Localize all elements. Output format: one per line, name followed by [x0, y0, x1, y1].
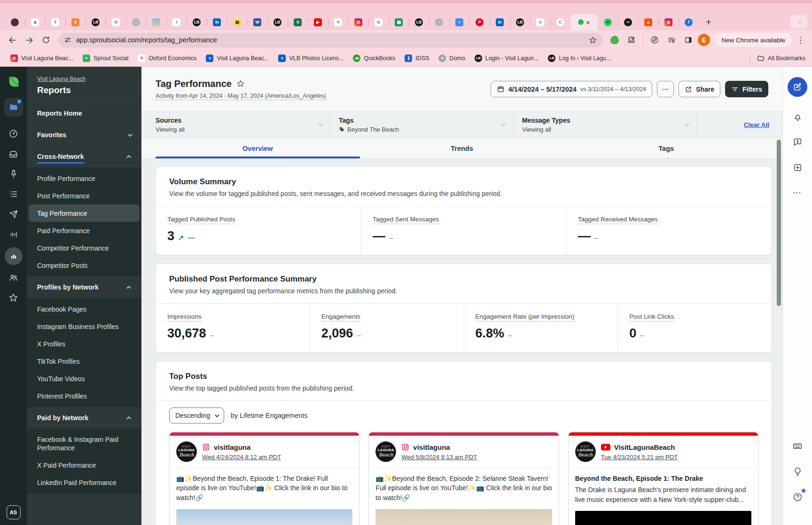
- post-date-link[interactable]: Wed 4/24/2024 8:12 am PDT: [202, 454, 281, 461]
- compose-button[interactable]: [788, 77, 807, 97]
- address-bar[interactable]: app.sproutsocial.com/reports/tag_perform…: [58, 33, 602, 47]
- inbox-icon[interactable]: [4, 144, 23, 163]
- post-video-thumbnail[interactable]: [575, 511, 751, 525]
- publish-plane-icon[interactable]: [4, 205, 23, 224]
- browser-tab[interactable]: G: [530, 14, 550, 30]
- bookmark-item[interactable]: ◎Visit Laguna Beac...: [7, 53, 77, 64]
- sidebar-item-profiles-by-network[interactable]: Profiles by Network: [27, 276, 141, 298]
- browser-tab[interactable]: T: [45, 14, 65, 30]
- people-icon[interactable]: [4, 268, 23, 287]
- sidebar-item-linkedin-paid-performance[interactable]: LinkedIn Paid Performance: [29, 474, 140, 491]
- new-chrome-available-button[interactable]: New Chrome available: [715, 33, 792, 47]
- browser-tab[interactable]: ▲: [638, 14, 658, 30]
- bookmark-item[interactable]: bVisit Laguna Beac...: [202, 53, 273, 64]
- stat-label[interactable]: Impressions: [167, 313, 202, 321]
- sidebar-item-paid-by-network[interactable]: Paid by Network: [27, 407, 141, 429]
- media-playlist-icon[interactable]: [664, 32, 679, 47]
- dashboard-gauge-icon[interactable]: [4, 124, 23, 143]
- browser-tab[interactable]: in: [207, 14, 227, 30]
- browser-tab[interactable]: X: [288, 14, 308, 30]
- browser-tab[interactable]: ≋: [598, 14, 618, 30]
- sidebar-item-cross-network[interactable]: Cross-Network: [27, 146, 141, 167]
- tab-overview[interactable]: Overview: [156, 138, 360, 158]
- clear-all-link[interactable]: Clear All: [744, 121, 769, 128]
- bookmark-item[interactable]: qbQuickBooks: [349, 53, 399, 64]
- post-image[interactable]: [375, 509, 552, 525]
- browser-tab[interactable]: ▤: [227, 14, 247, 30]
- stat-label[interactable]: Post Link Clicks: [629, 313, 674, 321]
- bookmark-item[interactable]: DDomo: [435, 53, 468, 64]
- browser-tab[interactable]: ≋: [618, 14, 638, 30]
- browser-tab[interactable]: W: [247, 14, 267, 30]
- browser-tab[interactable]: ▦: [389, 14, 409, 30]
- sidebar-item-facebook-pages[interactable]: Facebook Pages: [29, 300, 140, 318]
- pin-icon[interactable]: [4, 165, 23, 183]
- browser-tab[interactable]: i: [166, 14, 187, 30]
- browser-tab[interactable]: C: [550, 14, 570, 30]
- post-username[interactable]: visitlaguna: [413, 443, 450, 451]
- bookmark-item[interactable]: ✲Oxford Economics: [134, 53, 200, 64]
- message-types-filter[interactable]: Message Types Viewing all: [522, 112, 697, 138]
- more-options-button[interactable]: ⋯: [657, 81, 674, 97]
- browser-tab[interactable]: ▼: [328, 14, 348, 30]
- site-settings-icon[interactable]: [64, 36, 71, 44]
- bookmark-item[interactable]: LBLog In ‹ Visit Lagu...: [544, 53, 615, 64]
- sidebar-item-reports-home[interactable]: Reports Home: [27, 102, 141, 124]
- sort-order-select[interactable]: Descending: [169, 407, 224, 423]
- bookmark-item[interactable]: ∥IDSS: [401, 53, 433, 64]
- favorite-star-icon[interactable]: [236, 79, 245, 88]
- tab-search-button[interactable]: [790, 15, 807, 28]
- help-icon[interactable]: [788, 487, 807, 506]
- performance-icon[interactable]: [647, 32, 662, 47]
- queue-list-icon[interactable]: [4, 185, 23, 204]
- post-card[interactable]: VISITLAGUNABeach visitlaguna Wed 4/24/20…: [169, 432, 359, 525]
- post-image[interactable]: [176, 509, 352, 525]
- stat-label[interactable]: Engagement Rate (per Impression): [476, 313, 575, 321]
- keyboard-shortcuts-icon[interactable]: [788, 437, 807, 455]
- user-avatar[interactable]: AS: [7, 505, 21, 519]
- tab-trends[interactable]: Trends: [360, 138, 564, 158]
- listening-levels-icon[interactable]: [4, 225, 23, 244]
- stat-label[interactable]: Tagged Published Posts: [167, 216, 235, 224]
- browser-tab[interactable]: LB: [267, 14, 288, 30]
- browser-tab[interactable]: ≡: [449, 14, 469, 30]
- bookmark-item[interactable]: ❧Sprout Social: [79, 53, 132, 64]
- post-date-link[interactable]: Tue 4/23/2024 5:21 pm PDT: [601, 454, 678, 461]
- tab-close-icon[interactable]: ×: [586, 19, 590, 26]
- browser-tab[interactable]: ▶: [308, 14, 328, 30]
- stat-label[interactable]: Engagements: [321, 313, 360, 321]
- add-widget-icon[interactable]: [788, 158, 807, 177]
- sidebar-item-post-performance[interactable]: Post Performance: [29, 187, 140, 204]
- browser-tab[interactable]: LB: [86, 14, 106, 30]
- browser-tab-active[interactable]: ×: [570, 14, 598, 30]
- more-tools-icon[interactable]: ⋯: [788, 183, 807, 202]
- browser-tab[interactable]: ○: [126, 14, 146, 30]
- star-icon[interactable]: [4, 288, 23, 307]
- sprout-logo-icon[interactable]: [4, 72, 23, 91]
- sidebar-item-profile-performance[interactable]: Profile Performance: [29, 170, 140, 187]
- date-range-button[interactable]: 4/14/2024 – 5/17/2024 vs 3/11/2024 – 4/1…: [491, 81, 652, 97]
- browser-tab[interactable]: ○: [429, 14, 449, 30]
- sidebar-item-competitor-performance[interactable]: Competitor Performance: [29, 239, 140, 257]
- browser-tab[interactable]: f: [679, 14, 699, 30]
- browser-tab[interactable]: ◎: [348, 14, 368, 30]
- sidebar-item-facebook-instagram-paid-performance[interactable]: Facebook & Instagram Paid Performance: [29, 431, 140, 456]
- browser-tab[interactable]: [5, 14, 25, 30]
- vertical-scrollbar[interactable]: [777, 140, 781, 306]
- sidebar-item-competitor-posts[interactable]: Competitor Posts: [29, 257, 140, 274]
- reload-button[interactable]: [39, 32, 54, 47]
- sidebar-item-tag-performance[interactable]: Tag Performance: [29, 204, 140, 222]
- adblock-extension-icon[interactable]: [607, 32, 622, 47]
- browser-tab[interactable]: S: [65, 14, 86, 30]
- share-button[interactable]: Share: [679, 81, 720, 97]
- reports-bar-chart-icon[interactable]: [5, 247, 23, 265]
- feedback-chat-icon[interactable]: [788, 133, 807, 151]
- browser-menu-icon[interactable]: ⋮: [794, 35, 807, 45]
- post-username[interactable]: visitlaguna: [214, 443, 250, 451]
- sources-filter[interactable]: Sources Viewing all: [156, 112, 330, 138]
- browser-tab[interactable]: a: [25, 14, 45, 30]
- sidebar-item-tiktok-profiles[interactable]: TikTok Profiles: [29, 353, 140, 370]
- browser-tab[interactable]: in: [490, 14, 510, 30]
- tab-tags[interactable]: Tags: [564, 138, 768, 158]
- side-panel-icon[interactable]: [681, 32, 696, 47]
